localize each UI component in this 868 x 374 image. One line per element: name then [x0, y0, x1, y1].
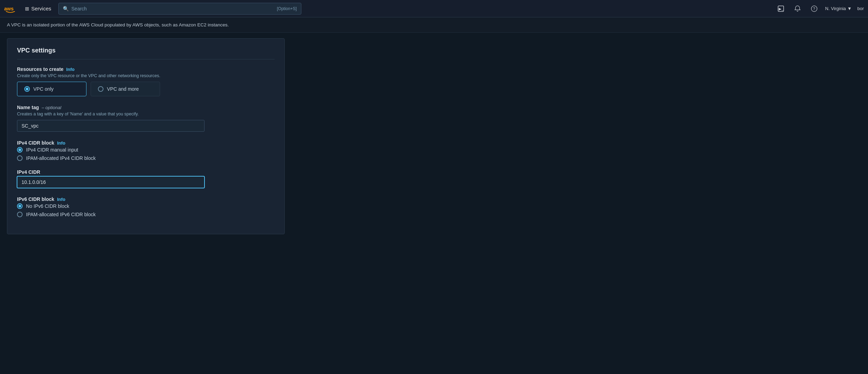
ipv4-cidr-block-section: IPv4 CIDR block Info IPv4 CIDR manual in… — [17, 140, 275, 161]
page-wrapper: A VPC is an isolated portion of the AWS … — [0, 17, 868, 234]
ipv4-cidr-block-info-link[interactable]: Info — [57, 140, 65, 146]
help-icon[interactable]: ? — [809, 3, 820, 14]
vpc-only-option[interactable]: VPC only — [17, 82, 86, 96]
ipv4-cidr-input[interactable] — [17, 176, 205, 188]
ipv4-cidr-label: IPv4 CIDR — [17, 169, 275, 175]
no-ipv6-option[interactable]: No IPv6 CIDR block — [17, 203, 275, 209]
services-label: Services — [31, 6, 51, 11]
vpc-only-radio[interactable] — [24, 86, 30, 92]
top-navigation: aws ⊞ Services 🔍 [Option+S] ▶_ — [0, 0, 868, 17]
vpc-only-label: VPC only — [33, 86, 53, 92]
ipv4-cidr-block-label: IPv4 CIDR block Info — [17, 140, 275, 146]
name-tag-label: Name tag – optional — [17, 105, 275, 110]
bell-icon[interactable] — [792, 3, 803, 14]
grid-icon: ⊞ — [25, 6, 29, 11]
name-tag-suffix: – optional — [42, 105, 61, 110]
name-tag-section: Name tag – optional Creates a tag with a… — [17, 105, 275, 132]
ipv4-manual-radio[interactable] — [17, 147, 23, 153]
search-bar[interactable]: 🔍 [Option+S] — [58, 3, 301, 15]
search-shortcut: [Option+S] — [277, 6, 297, 11]
svg-text:▶_: ▶_ — [779, 7, 784, 11]
ipam-ipv6-option[interactable]: IPAM-allocated IPv6 CIDR block — [17, 212, 275, 217]
name-tag-desc: Creates a tag with a key of 'Name' and a… — [17, 112, 275, 116]
region-name: N. Virginia — [825, 6, 846, 11]
username: bor — [857, 6, 864, 11]
info-text: A VPC is an isolated portion of the AWS … — [7, 22, 229, 27]
ipv4-manual-label: IPv4 CIDR manual input — [26, 147, 78, 153]
ipam-ipv6-radio[interactable] — [17, 212, 23, 217]
info-bar: A VPC is an isolated portion of the AWS … — [0, 17, 868, 33]
resources-info-link[interactable]: Info — [66, 67, 75, 72]
ipv6-cidr-block-radio-group: No IPv6 CIDR block IPAM-allocated IPv6 C… — [17, 203, 275, 217]
resources-section: Resources to create Info Create only the… — [17, 66, 275, 96]
search-input[interactable] — [72, 6, 274, 11]
svg-text:aws: aws — [4, 6, 14, 11]
resources-desc: Create only the VPC resource or the VPC … — [17, 73, 275, 78]
aws-logo[interactable]: aws — [4, 2, 17, 15]
nav-right: ▶_ ? N. Virginia ▼ bor — [775, 3, 864, 14]
region-selector[interactable]: N. Virginia ▼ — [825, 6, 852, 11]
ipam-ipv4-radio[interactable] — [17, 155, 23, 161]
ipv6-cidr-block-info-link[interactable]: Info — [57, 197, 65, 202]
ipv6-cidr-block-label: IPv6 CIDR block Info — [17, 196, 275, 202]
ipv4-manual-option[interactable]: IPv4 CIDR manual input — [17, 147, 275, 153]
resources-label: Resources to create Info — [17, 66, 275, 72]
user-menu[interactable]: bor — [857, 6, 864, 11]
vpc-and-more-option[interactable]: VPC and more — [91, 82, 160, 96]
vpc-settings-card: VPC settings Resources to create Info Cr… — [7, 38, 285, 234]
resources-radio-group: VPC only VPC and more — [17, 82, 275, 96]
terminal-icon[interactable]: ▶_ — [775, 3, 786, 14]
region-chevron: ▼ — [847, 6, 852, 11]
svg-text:?: ? — [813, 7, 815, 11]
ipam-ipv4-option[interactable]: IPAM-allocated IPv4 CIDR block — [17, 155, 275, 161]
ipv4-cidr-block-radio-group: IPv4 CIDR manual input IPAM-allocated IP… — [17, 147, 275, 161]
ipv4-cidr-section: IPv4 CIDR — [17, 169, 275, 188]
card-title: VPC settings — [17, 47, 275, 59]
ipv6-cidr-block-section: IPv6 CIDR block Info No IPv6 CIDR block … — [17, 196, 275, 217]
no-ipv6-label: No IPv6 CIDR block — [26, 203, 69, 209]
ipam-ipv6-label: IPAM-allocated IPv6 CIDR block — [26, 212, 95, 217]
name-tag-input[interactable] — [17, 120, 205, 132]
ipam-ipv4-label: IPAM-allocated IPv4 CIDR block — [26, 155, 95, 161]
no-ipv6-radio[interactable] — [17, 203, 23, 209]
vpc-and-more-label: VPC and more — [107, 86, 139, 92]
search-icon: 🔍 — [63, 6, 69, 11]
vpc-and-more-radio[interactable] — [98, 86, 103, 92]
services-button[interactable]: ⊞ Services — [22, 4, 54, 13]
